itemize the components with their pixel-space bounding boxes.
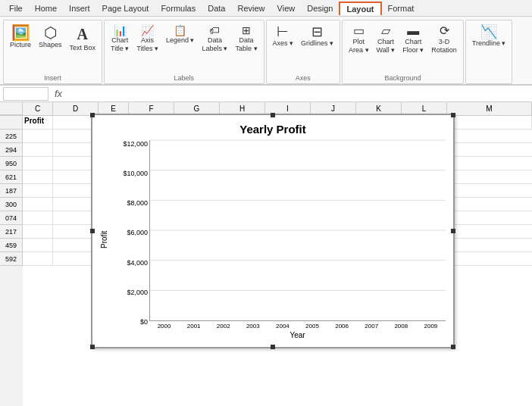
- chart-title-icon: 📊: [114, 25, 127, 36]
- ribbon-btn-data-table[interactable]: ⊞ DataTable ▾: [232, 23, 260, 55]
- ribbon-btn-plot-area[interactable]: ▭ PlotArea ▾: [346, 23, 372, 56]
- grid-cell[interactable]: [23, 157, 53, 170]
- grid-cell[interactable]: [447, 116, 532, 130]
- ribbon-btn-picture[interactable]: 🖼️ Picture: [7, 23, 34, 51]
- menu-view[interactable]: View: [271, 2, 302, 14]
- chart-plot-area: [149, 140, 446, 321]
- menu-page-layout[interactable]: Page Layout: [96, 2, 155, 14]
- menu-format[interactable]: Format: [382, 2, 421, 14]
- row-header-profit: [0, 116, 23, 130]
- axis-titles-icon: 📈: [141, 25, 154, 36]
- x-tick-2001: 2001: [179, 323, 208, 329]
- row-header-074: 074: [0, 211, 23, 225]
- picture-icon: 🖼️: [11, 25, 30, 40]
- row-headers: 225 294 950 621 187 300 074 217 459 592: [0, 116, 23, 406]
- spreadsheet-area: C D E F G H I J K L M 225 294 950 621 18…: [0, 102, 532, 406]
- menu-insert[interactable]: Insert: [63, 2, 96, 14]
- grid-cell[interactable]: [23, 198, 53, 211]
- shapes-label: Shapes: [39, 41, 62, 49]
- ribbon-group-trendline: 📉 Trendline ▾: [465, 20, 513, 84]
- x-axis-ticks: 2000 2001 2002 2003 2004 2005 2006 2007 …: [149, 321, 446, 329]
- chart-handle-tm[interactable]: [271, 116, 275, 117]
- ribbon-btn-chart-wall[interactable]: ▱ ChartWall ▾: [374, 23, 399, 56]
- menu-review[interactable]: Review: [231, 2, 271, 14]
- ribbon-btn-legend[interactable]: 📋 Legend ▾: [163, 23, 198, 46]
- col-header-c: C: [23, 102, 53, 115]
- x-tick-2004: 2004: [268, 323, 297, 329]
- ribbon-group-labels: 📊 ChartTitle ▾ 📈 AxisTitles ▾ 📋 Legend ▾…: [104, 20, 264, 84]
- y-tick-12000: $12,000: [123, 140, 148, 148]
- trendline-label: Trendline ▾: [472, 39, 506, 48]
- data-labels-icon: 🏷: [209, 25, 220, 36]
- x-axis-label: Year: [149, 331, 446, 339]
- y-axis-ticks: $12,000 $10,000 $8,000 $6,000 $4,000 $2,…: [110, 140, 148, 339]
- ribbon-btn-shapes[interactable]: ⬡ Shapes: [36, 23, 65, 51]
- textbox-label: Text Box: [70, 44, 96, 52]
- ribbon-btn-gridlines[interactable]: ⊟ Gridlines ▾: [298, 23, 336, 49]
- corner-cell: [0, 102, 23, 115]
- chart-floor-label: ChartFloor ▾: [402, 38, 424, 55]
- ribbon-btn-axis-titles[interactable]: 📈 AxisTitles ▾: [133, 23, 161, 55]
- ribbon-btn-textbox[interactable]: A Text Box: [67, 23, 99, 54]
- menu-design[interactable]: Design: [301, 2, 339, 14]
- grid-cell[interactable]: [23, 170, 53, 184]
- fx-label: fx: [52, 88, 65, 99]
- menu-home[interactable]: Home: [29, 2, 63, 14]
- row-header-950: 950: [0, 157, 23, 170]
- ribbon-btn-chart-title[interactable]: 📊 ChartTitle ▾: [108, 23, 132, 55]
- x-tick-2000: 2000: [149, 323, 179, 329]
- chart-handle-bl[interactable]: [90, 345, 95, 349]
- y-tick-10000: $10,000: [123, 170, 148, 177]
- data-table-label: DataTable ▾: [235, 36, 257, 53]
- menu-formulas[interactable]: Formulas: [155, 2, 202, 14]
- group-background-label: Background: [343, 74, 463, 82]
- y-tick-8000: $8,000: [127, 199, 148, 207]
- chart-handle-bm[interactable]: [271, 345, 275, 349]
- ribbon-btn-3d-rotation[interactable]: ⟳ 3-DRotation: [428, 23, 460, 56]
- grid-cell[interactable]: [23, 184, 53, 198]
- chart-handle-mr[interactable]: [451, 229, 455, 233]
- row-header-187: 187: [0, 184, 23, 198]
- grid-cell[interactable]: [23, 225, 53, 239]
- chart-container[interactable]: Yearly Profit Profit $12,000 $10,000 $8,…: [91, 116, 455, 348]
- chart-handle-tl[interactable]: [90, 116, 95, 117]
- grid-cell[interactable]: [23, 211, 53, 225]
- y-tick-2000: $2,000: [127, 289, 148, 296]
- grid-cell[interactable]: [23, 130, 53, 143]
- ribbon-btn-axes[interactable]: ⊢ Axes ▾: [270, 23, 297, 49]
- row-header-592: 592: [0, 252, 23, 266]
- y-axis-label: Profit: [100, 140, 108, 339]
- y-tick-0: $0: [140, 318, 148, 326]
- menu-data[interactable]: Data: [202, 2, 231, 14]
- textbox-icon: A: [77, 25, 88, 43]
- chart-svg: [150, 140, 446, 320]
- grid-cell[interactable]: [23, 143, 53, 157]
- row-header-217: 217: [0, 225, 23, 239]
- x-tick-2008: 2008: [386, 323, 416, 329]
- grid-cell[interactable]: Profit: [23, 116, 53, 130]
- grid-cell[interactable]: [23, 239, 53, 252]
- formula-input[interactable]: [68, 89, 529, 98]
- chart-handle-ml[interactable]: [90, 229, 95, 233]
- legend-label: Legend ▾: [166, 36, 195, 45]
- trendline-icon: 📉: [480, 25, 497, 39]
- ribbon: 🖼️ Picture ⬡ Shapes A Text Box Insert 📊: [0, 17, 532, 86]
- ribbon-btn-chart-floor[interactable]: ▬ ChartFloor ▾: [399, 23, 427, 56]
- picture-label: Picture: [10, 41, 31, 49]
- ribbon-btn-trendline[interactable]: 📉 Trendline ▾: [469, 23, 509, 49]
- 3d-rotation-label: 3-DRotation: [431, 38, 457, 55]
- grid-cell[interactable]: [23, 252, 53, 266]
- chart-handle-br[interactable]: [451, 345, 455, 349]
- chart-handle-tr[interactable]: [451, 116, 455, 117]
- ribbon-btn-data-labels[interactable]: 🏷 DataLabels ▾: [199, 23, 230, 55]
- name-box[interactable]: [3, 87, 49, 101]
- formula-bar: fx: [0, 86, 532, 102]
- group-insert-label: Insert: [4, 74, 102, 82]
- row-header-225: 225: [0, 130, 23, 143]
- menu-bar: File Home Insert Page Layout Formulas Da…: [0, 0, 532, 17]
- data-table-icon: ⊞: [242, 25, 251, 36]
- gridlines-label: Gridlines ▾: [301, 39, 333, 48]
- menu-layout[interactable]: Layout: [339, 2, 381, 15]
- menu-file[interactable]: File: [3, 2, 29, 14]
- chart-title-label: ChartTitle ▾: [111, 36, 129, 53]
